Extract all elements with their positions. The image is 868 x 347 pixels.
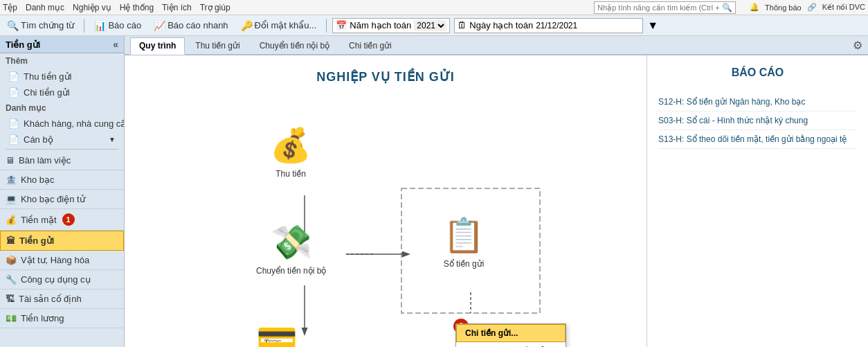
sidebar-nav-label-tiengui: Tiền gửi xyxy=(19,235,54,246)
money-icon: 💵 xyxy=(6,313,17,323)
sidebar-nav-label-congcu: Công cụ dụng cụ xyxy=(21,274,91,285)
sidebar-item-label-canbo: Cán bộ xyxy=(24,134,53,145)
menu-danhmuc[interactable]: Danh mục xyxy=(26,3,64,12)
menu-nghiepvu[interactable]: Nghiệp vụ xyxy=(73,3,111,12)
sidebar-item-khachhang[interactable]: 📄 Khách hàng, nhà cung cấp xyxy=(0,116,124,132)
sidebar-nav-label-khobacdt: Kho bạc điện tử xyxy=(21,194,85,204)
menu-hethong[interactable]: Hệ thống xyxy=(120,3,154,12)
tab-thu-tien-gui[interactable]: Thu tiền gửi xyxy=(186,37,248,53)
tab-chuyen-tien-noi-bo[interactable]: Chuyển tiền nội bộ xyxy=(251,37,338,53)
report-link-s13h[interactable]: S13-H: Sổ theo dõi tiền mặt, tiền gửi bằ… xyxy=(658,130,857,149)
chi-tien-icon: 💳 xyxy=(256,320,298,347)
fiscal-year-selector[interactable]: 📅 Năm hạch toán 2021 xyxy=(332,18,450,33)
quick-report-button[interactable]: 📈 Báo cáo nhanh xyxy=(150,19,232,33)
report-link-s03h[interactable]: S03-H: Sổ cái - Hình thức nhật ký chung xyxy=(658,112,857,130)
sidebar-header: Tiền gửi « xyxy=(0,36,124,53)
find-voucher-label: Tìm chứng từ xyxy=(21,20,74,30)
flow-node-thu-tien[interactable]: 💰 Thu tiền xyxy=(270,126,311,179)
diagram-title: NGHIỆP VỤ TIỀN GỬI xyxy=(138,69,633,84)
sidebar-item-chi-tien-gui[interactable]: 📄 Chi tiền gửi xyxy=(0,84,124,100)
key-icon: 🔑 xyxy=(241,20,253,31)
connection-label[interactable]: Kết nối DVC xyxy=(822,3,865,12)
search-input[interactable] xyxy=(597,3,722,12)
document-icon-4: 📄 xyxy=(8,134,19,145)
sidebar-item-label-khachhang: Khách hàng, nhà cung cấp xyxy=(24,118,125,129)
sidebar-nav-label-banlamviec: Bàn làm việc xyxy=(19,155,71,166)
sidebar-nav-vattu[interactable]: 📦 Vật tư, Hàng hóa xyxy=(0,251,124,270)
chevron-down-icon: ▼ xyxy=(109,136,116,143)
date-icon: 🗓 xyxy=(458,20,467,30)
quick-report-label: Báo cáo nhanh xyxy=(168,20,228,30)
sidebar-nav-banlamviec[interactable]: 🖥 Bàn làm việc xyxy=(0,151,124,170)
sidebar: Tiền gửi « Thêm 📄 Thu tiền gửi 📄 Chi tiề… xyxy=(0,36,125,347)
menu-trogiup[interactable]: Trợ giúp xyxy=(200,3,230,12)
menu-tienich[interactable]: Tiện ích xyxy=(162,3,192,12)
sidebar-nav-label-taisan: Tài sản cố định xyxy=(19,294,82,304)
sidebar-nav-label-tienluong: Tiền lương xyxy=(21,313,64,323)
report-link-s12h[interactable]: S12-H: Sổ tiền gửi Ngân hàng, Kho bạc xyxy=(658,93,857,112)
separator-2 xyxy=(326,19,327,33)
sidebar-nav-label-khobac: Kho bạc xyxy=(21,175,54,185)
laptop-icon: 💻 xyxy=(6,194,17,204)
report-area: BÁO CÁO S12-H: Sổ tiền gửi Ngân hàng, Kh… xyxy=(647,55,868,347)
accounting-date-input[interactable] xyxy=(536,21,640,30)
chi-tien-gui-popup: Chi tiền gửi... Danh sách chi tiền gửi xyxy=(455,323,566,347)
sidebar-divider-1 xyxy=(6,149,118,150)
tab-quytrinh[interactable]: Quy trình xyxy=(130,37,185,55)
notification-label[interactable]: Thông báo xyxy=(765,3,802,12)
desktop-icon: 🖥 xyxy=(6,155,15,166)
search-icon: 🔍 xyxy=(722,3,732,12)
connection-icon: 🔗 xyxy=(807,3,817,12)
settings-icon[interactable]: ⚙ xyxy=(853,39,862,52)
change-password-button[interactable]: 🔑 Đổi mật khẩu... xyxy=(237,19,321,33)
thu-tien-label: Thu tiền xyxy=(275,169,306,179)
flow-node-so-tien-gui[interactable]: 📋 Sổ tiền gửi xyxy=(443,216,485,269)
sidebar-nav-khobacdt[interactable]: 💻 Kho bạc điện tử xyxy=(0,190,124,209)
sidebar-nav-taisan[interactable]: 🏗 Tài sản cố định xyxy=(0,290,124,309)
tool-icon: 🔧 xyxy=(6,274,17,285)
sidebar-section-danhmuc: Danh mục xyxy=(0,100,124,116)
so-tien-gui-label: Sổ tiền gửi xyxy=(444,259,485,269)
sidebar-item-label-chi: Chi tiền gửi xyxy=(24,87,70,98)
bank-icon: 🏦 xyxy=(6,175,17,185)
search-box[interactable]: 🔍 xyxy=(594,1,736,14)
tabs-bar: Quy trình Thu tiền gửi Chuyển tiền nội b… xyxy=(125,36,868,55)
quick-report-icon: 📈 xyxy=(154,20,165,31)
find-voucher-button[interactable]: 🔍 Tìm chứng từ xyxy=(3,19,78,33)
fiscal-year-label: Năm hạch toán xyxy=(350,20,411,30)
sidebar-collapse-button[interactable]: « xyxy=(113,39,118,50)
bank2-icon: 🏛 xyxy=(6,235,15,246)
notifications-area: 🔔 Thông báo 🔗 Kết nối DVC xyxy=(750,3,865,12)
sidebar-nav-label-tienmat: Tiền mặt xyxy=(21,215,57,225)
sidebar-nav-tienmat[interactable]: 💰 Tiền mặt 1 xyxy=(0,209,124,231)
sidebar-nav-congcu[interactable]: 🔧 Công cụ dụng cụ xyxy=(0,270,124,290)
sidebar-item-canbo[interactable]: 📄 Cán bộ ▼ xyxy=(0,132,124,148)
sidebar-item-thu-tien-gui[interactable]: 📄 Thu tiền gửi xyxy=(0,69,124,84)
report-button[interactable]: 📊 Báo cáo xyxy=(90,19,145,33)
document-icon-3: 📄 xyxy=(8,118,19,129)
bell-icon: 🔔 xyxy=(750,3,759,12)
accounting-date-picker[interactable]: 🗓 Ngày hạch toán xyxy=(454,18,643,33)
sidebar-nav-tienluong[interactable]: 💵 Tiền lương xyxy=(0,309,124,328)
so-tien-gui-icon: 📋 xyxy=(443,216,485,255)
sidebar-nav-tiengui[interactable]: 🏛 Tiền gửi xyxy=(0,231,124,251)
menu-tep[interactable]: Tệp xyxy=(3,3,17,12)
chuyen-tien-icon: 💸 xyxy=(271,223,312,262)
flow-node-chuyen-tien[interactable]: 💸 Chuyển tiền nội bộ xyxy=(256,223,326,276)
report-icon: 📊 xyxy=(94,20,106,31)
tab-chi-tien-gui[interactable]: Chi tiền gửi xyxy=(340,37,401,53)
flow-node-chi-tien[interactable]: 💳 Chi tiền xyxy=(256,320,298,347)
change-password-label: Đổi mật khẩu... xyxy=(255,20,317,30)
toolbar-dropdown-arrow[interactable]: ▼ xyxy=(647,19,658,32)
sidebar-nav-label-vattu: Vật tư, Hàng hóa xyxy=(21,255,89,265)
sidebar-nav-khobac[interactable]: 🏦 Kho bạc xyxy=(0,170,124,190)
sidebar-item-label-thu: Thu tiền gửi xyxy=(24,71,71,82)
content-split: NGHIỆP VỤ TIỀN GỬI xyxy=(125,55,868,347)
toolbar: 🔍 Tìm chứng từ 📊 Báo cáo 📈 Báo cáo nhanh… xyxy=(0,15,868,36)
chuyen-tien-label: Chuyển tiền nội bộ xyxy=(256,266,326,276)
popup-menu-item-chi-tien-gui[interactable]: Chi tiền gửi... xyxy=(456,324,566,342)
box-icon: 📦 xyxy=(6,255,17,265)
cash-icon: 💰 xyxy=(6,215,17,225)
fiscal-year-dropdown[interactable]: 2021 xyxy=(414,20,446,31)
popup-menu-item-danh-sach[interactable]: Danh sách chi tiền gửi xyxy=(456,342,566,347)
